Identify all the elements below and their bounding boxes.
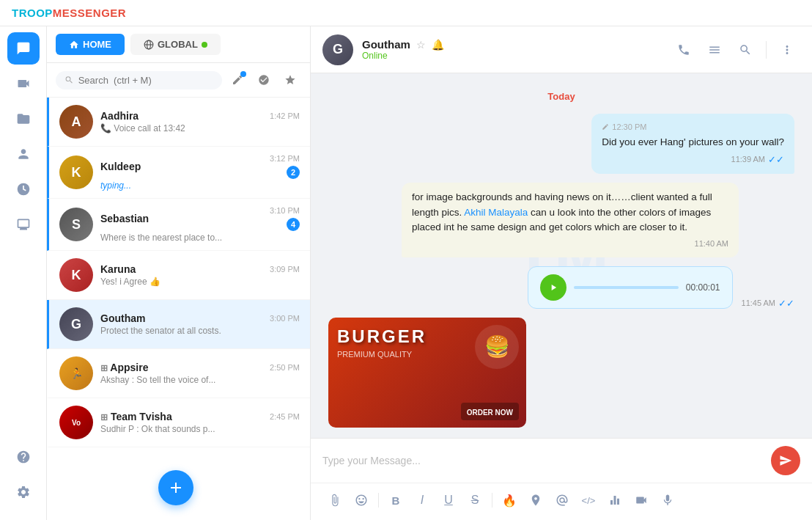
edit-icon	[602, 123, 609, 131]
call-btn[interactable]	[671, 37, 697, 63]
video-btn[interactable]	[629, 488, 654, 513]
attachment-icon	[328, 494, 342, 507]
filter-btn[interactable]	[253, 69, 275, 91]
strikethrough-btn[interactable]: S	[462, 488, 487, 513]
unread-badge-sebastian: 4	[287, 218, 300, 231]
chat-info-appsire: ⊞ Appsire 2:50 PM Akshay : So tell the v…	[100, 362, 300, 385]
msg-meta-received-1: 11:40 AM	[412, 238, 728, 250]
sidebar-item-activity[interactable]	[7, 173, 40, 205]
more-btn[interactable]	[774, 37, 800, 63]
chat-item-kuldeep[interactable]: K Kuldeep 3:12 PM 2 typing...	[47, 147, 310, 199]
chat-time-appsire: 2:50 PM	[270, 363, 300, 372]
akhil-link[interactable]: Akhil Malayala	[464, 207, 528, 218]
search-input-wrap[interactable]	[56, 71, 222, 89]
sidebar-item-chat[interactable]	[7, 32, 40, 65]
mention-btn[interactable]	[550, 488, 575, 513]
sidebar-item-contacts[interactable]	[7, 138, 40, 170]
avatar-goutham: G	[59, 307, 93, 341]
chat-name-sebastian: Sebastian	[100, 213, 149, 224]
chat-header-name: Goutham	[362, 38, 410, 51]
msg-row-sent-1: 12:30 PM Did you ever Hang' pictures on …	[328, 114, 794, 174]
chat-preview-goutham: Protect the senator at all costs.	[100, 326, 262, 336]
play-btn[interactable]	[540, 274, 566, 301]
msg-meta-audio: 11:45 AM ✓✓	[742, 298, 794, 309]
chat-info-aadhira: Aadhira 1:42 PM 📞 Voice call at 13:42	[100, 110, 300, 133]
fire-btn[interactable]: 🔥	[497, 488, 522, 513]
chat-time-karuna: 3:09 PM	[270, 265, 300, 274]
msg-edit-time: 12:30 PM	[612, 121, 646, 133]
msg-text-sent-1: Did you ever Hang' pictures on your wall…	[602, 135, 784, 150]
header-actions	[671, 37, 800, 63]
search-input[interactable]	[78, 75, 213, 86]
strikethrough-icon: S	[471, 494, 479, 507]
location-btn[interactable]	[523, 488, 548, 513]
image-bubble[interactable]: BURGER PREMIUM QUALITY 🍔 ORDER NOW	[328, 318, 526, 428]
message-input[interactable]	[322, 455, 765, 466]
sidebar-item-folder[interactable]	[7, 103, 40, 135]
chat-preview-kuldeep: typing...	[100, 180, 262, 191]
play-icon	[548, 282, 558, 293]
attachment-btn[interactable]	[322, 488, 347, 513]
messages-area: TM Today 12:30 PM Did you ever Hang' pic…	[311, 73, 812, 438]
sidebar-item-video[interactable]	[7, 67, 40, 100]
tab-global[interactable]: GLOBAL	[130, 34, 221, 55]
tab-home[interactable]: HOME	[56, 34, 125, 55]
chat-tabs: HOME GLOBAL	[47, 26, 310, 63]
chat-name-karuna: Karuna	[100, 263, 136, 275]
msg-edit-indicator: 12:30 PM	[602, 121, 784, 133]
msg-check-audio: ✓✓	[778, 298, 794, 309]
star-btn[interactable]	[279, 69, 301, 91]
sidebar-item-support[interactable]	[7, 441, 40, 473]
chat-list: A Aadhira 1:42 PM 📞 Voice call at 13:42	[47, 98, 310, 520]
msg-bubble-sent-1: 12:30 PM Did you ever Hang' pictures on …	[591, 114, 794, 174]
chat-item-aadhira[interactable]: A Aadhira 1:42 PM 📞 Voice call at 13:42	[47, 98, 310, 147]
search-header-btn[interactable]	[732, 37, 759, 63]
chat-name-kuldeep: Kuldeep	[100, 161, 141, 172]
equalizer-btn[interactable]	[602, 488, 627, 513]
chat-time-aadhira: 1:42 PM	[270, 111, 300, 120]
chat-item-karuna[interactable]: K Karuna 3:09 PM Yes! i Agree 👍	[47, 251, 310, 300]
sidebar-item-settings[interactable]	[7, 476, 40, 508]
tab-global-label: GLOBAL	[158, 39, 198, 50]
underline-btn[interactable]: U	[436, 488, 461, 513]
new-chat-fab[interactable]	[158, 470, 193, 505]
send-btn[interactable]	[771, 446, 800, 475]
mic-btn[interactable]	[655, 488, 680, 513]
chat-item-teamtvisha[interactable]: Vo ⊞ Team Tvisha 2:45 PM Sudhir P : Ok t…	[47, 398, 310, 447]
italic-btn[interactable]: I	[410, 488, 435, 513]
forward-icon[interactable]: ↪	[375, 237, 396, 257]
volume-icon[interactable]: 🔔	[432, 39, 444, 51]
header-divider	[766, 41, 767, 59]
chat-preview-appsire: Akshay : So tell the voice of...	[100, 375, 262, 385]
sidebar-top	[7, 32, 40, 438]
chat-meta-aadhira: 1:42 PM	[270, 111, 300, 120]
bold-icon: B	[392, 494, 400, 507]
bold-btn[interactable]: B	[383, 488, 408, 513]
emoji-btn[interactable]	[349, 488, 374, 513]
msg-check-sent-1: ✓✓	[768, 153, 784, 167]
italic-icon: I	[421, 494, 424, 507]
chat-meta-goutham: 3:00 PM	[270, 314, 300, 323]
chat-item-goutham[interactable]: G Goutham 3:00 PM Protect the senator at…	[47, 300, 310, 349]
settings-btn[interactable]	[701, 37, 728, 63]
chat-info-sebastian: Sebastian 3:10 PM 4 Where is the nearest…	[100, 206, 300, 243]
sidebar-item-monitor[interactable]	[7, 208, 40, 241]
avatar-kuldeep: K	[59, 155, 93, 189]
code-btn[interactable]: </>	[576, 488, 601, 513]
chat-header-info: Goutham ☆ 🔔 Online	[362, 38, 671, 61]
audio-bar	[574, 286, 679, 289]
chat-name-aadhira: Aadhira	[100, 110, 139, 122]
compose-badge	[240, 71, 246, 77]
msg-row-image: BURGER PREMIUM QUALITY 🍔 ORDER NOW	[328, 318, 794, 428]
emoji-icon	[355, 494, 368, 507]
sidebar-bottom	[7, 441, 40, 514]
avatar-sebastian: S	[59, 208, 93, 241]
chat-item-sebastian[interactable]: S Sebastian 3:10 PM 4 Where is the neare…	[47, 199, 310, 251]
reply-icon[interactable]: ↩	[328, 237, 349, 257]
brand-troop: TROOP	[12, 7, 53, 19]
download-icon[interactable]: ↓	[352, 237, 372, 257]
star-icon[interactable]: ☆	[416, 39, 426, 51]
date-separator: Today	[328, 91, 794, 102]
chat-item-appsire[interactable]: 🏃 ⊞ Appsire 2:50 PM Akshay : So tell the…	[47, 349, 310, 398]
compose-btn[interactable]	[226, 69, 248, 91]
